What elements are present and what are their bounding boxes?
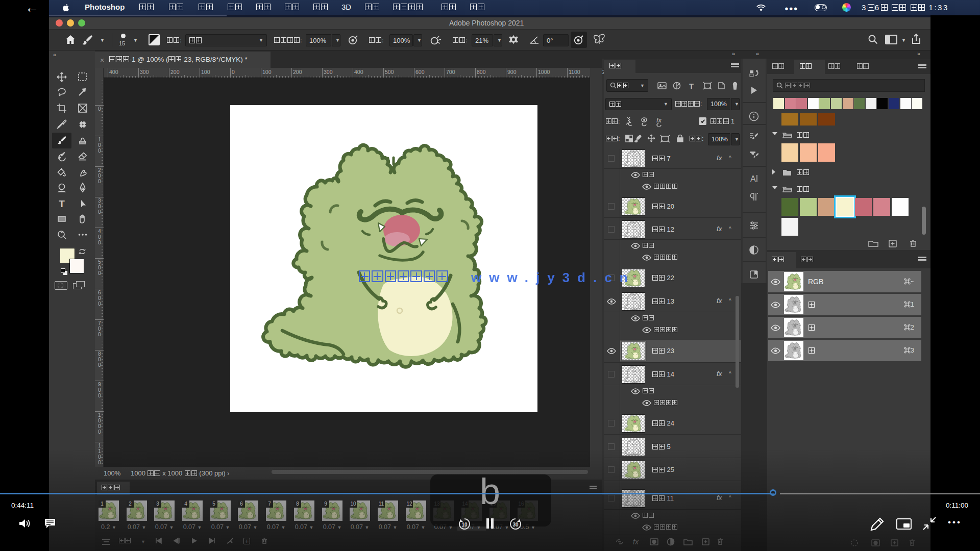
svg-text:T: T [59,198,65,209]
svg-text:A: A [750,174,756,183]
svg-text:fx: fx [656,116,662,124]
svg-text:10: 10 [461,522,468,528]
svg-text:30: 30 [512,522,519,528]
svg-text:T: T [689,82,694,90]
